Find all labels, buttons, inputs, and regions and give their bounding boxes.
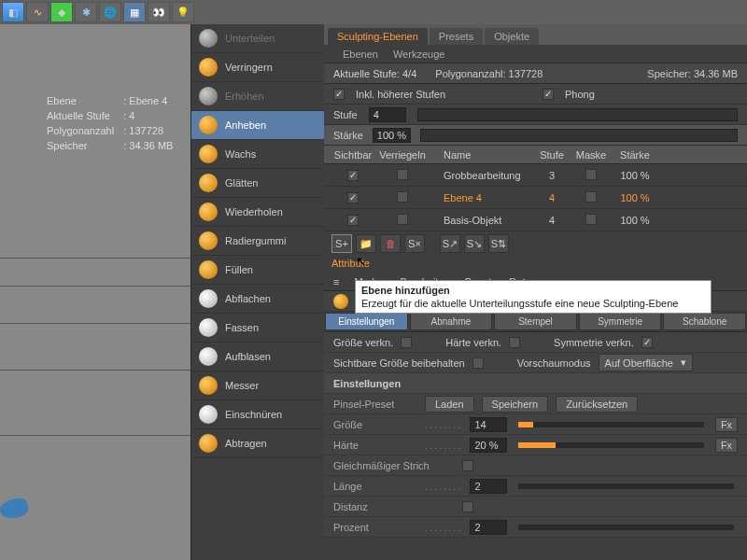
layer-action3[interactable]: S↘	[464, 234, 485, 253]
viewport[interactable]: Ebene: Ebene 4 Aktuelle Stufe: 4 Polygon…	[0, 24, 190, 560]
reset-button[interactable]: Zurücksetzen	[556, 396, 638, 413]
hard-slider[interactable]	[518, 442, 704, 448]
poly-icon[interactable]: ◆	[50, 2, 73, 22]
staerke-slider[interactable]	[420, 129, 738, 142]
layer-row[interactable]: Grobbearbeitung 3 100 %	[324, 164, 747, 187]
tool-label: Abtragen	[225, 438, 267, 449]
dist-check[interactable]	[462, 501, 473, 512]
length-spinner[interactable]: 2	[470, 479, 507, 494]
hard-link-check[interactable]	[509, 337, 520, 348]
tool-erhöhen: Erhöhen	[191, 82, 324, 111]
mask-check[interactable]	[585, 169, 597, 180]
subtab-tools[interactable]: Werkzeuge	[393, 49, 444, 60]
tool-label: Wiederholen	[225, 206, 283, 217]
link-icon[interactable]: ∿	[26, 2, 49, 22]
attrtab-stempel[interactable]: Stempel	[494, 313, 577, 330]
visible-check[interactable]	[347, 192, 359, 203]
tab-presets[interactable]: Presets	[430, 28, 483, 45]
folder-button[interactable]: 📁	[356, 234, 376, 253]
tool-radiergummi[interactable]: Radiergummi	[191, 227, 324, 256]
percent-slider[interactable]	[518, 525, 734, 530]
tool-icon	[199, 203, 218, 221]
layer-table-head: Sichtbar Verriegeln Name Stufe Maske Stä…	[324, 146, 747, 164]
layer-row[interactable]: Ebene 4 4 100 %	[324, 187, 747, 209]
visible-check[interactable]	[347, 215, 359, 226]
mask-check[interactable]	[585, 214, 597, 225]
stufe-slider[interactable]	[417, 108, 738, 121]
stufe-spinner[interactable]: 4	[369, 107, 406, 122]
subtab-layers[interactable]: Ebenen	[343, 49, 378, 60]
globe-icon[interactable]: 🌐	[99, 2, 121, 22]
layer-row[interactable]: Basis-Objekt 4 100 %	[324, 209, 747, 231]
tool-fassen[interactable]: Fassen	[191, 314, 324, 343]
length-slider[interactable]	[518, 483, 734, 489]
tool-verringern[interactable]: Verringern	[191, 53, 324, 82]
cube-icon[interactable]: ◧	[2, 2, 24, 22]
tool-list: UnterteilenVerringernErhöhenAnhebenWachs…	[190, 24, 324, 560]
tool-icon	[199, 405, 218, 424]
hard-spinner[interactable]: 20 %	[470, 438, 507, 453]
size-slider[interactable]	[518, 422, 704, 427]
tool-icon	[199, 376, 218, 395]
tool-icon	[199, 231, 218, 250]
grid-icon[interactable]: ▦	[123, 2, 146, 22]
info-row: Aktuelle Stufe: 4/4 Polygonanzahl: 13772…	[324, 63, 747, 84]
cursor-icon: ↖	[356, 254, 367, 269]
attrtab-einstellungen[interactable]: Einstellungen	[325, 313, 408, 330]
tool-icon	[199, 347, 218, 366]
tool-einschnüren[interactable]: Einschnüren	[191, 400, 324, 429]
tool-glätten[interactable]: Glätten	[191, 169, 324, 198]
tool-wiederholen[interactable]: Wiederholen	[191, 198, 324, 227]
visible-check[interactable]	[347, 170, 359, 181]
attr-tabs: Einstellungen Abnahme Stempel Symmetrie …	[324, 312, 747, 332]
add-layer-button[interactable]: S+	[331, 234, 352, 253]
tool-messer[interactable]: Messer	[191, 371, 324, 400]
layer-action1[interactable]: S×	[404, 234, 425, 253]
hard-fx[interactable]: Fx	[715, 438, 738, 453]
attrtab-abnahme[interactable]: Abnahme	[410, 313, 493, 330]
lock-check[interactable]	[397, 214, 408, 225]
size-fx[interactable]: Fx	[715, 417, 738, 432]
tool-icon	[199, 260, 218, 279]
lock-check[interactable]	[397, 191, 408, 203]
tool-füllen[interactable]: Füllen	[191, 256, 324, 285]
save-button[interactable]: Speichern	[482, 396, 549, 413]
tool-abflachen[interactable]: Abflachen	[191, 285, 324, 314]
tool-icon	[199, 58, 218, 77]
load-button[interactable]: Laden	[425, 396, 474, 413]
tool-label: Einschnüren	[225, 409, 282, 420]
top-toolbar: ◧ ∿ ◆ ✱ 🌐 ▦ 👀 💡	[0, 0, 747, 24]
size-spinner[interactable]: 14	[470, 417, 507, 432]
keep-visible-check[interactable]	[472, 357, 484, 369]
staerke-spinner[interactable]: 100 %	[373, 128, 411, 143]
layer-action2[interactable]: S↗	[440, 234, 460, 253]
tab-objects[interactable]: Objekte	[485, 28, 539, 45]
attrtab-symmetrie[interactable]: Symmetrie	[579, 313, 662, 330]
even-check[interactable]	[462, 460, 473, 471]
tool-anheben[interactable]: Anheben	[191, 111, 324, 140]
bulb-icon[interactable]: 💡	[172, 2, 194, 22]
attribute-label: Attribute	[324, 256, 747, 273]
tool-label: Fassen	[225, 322, 259, 333]
attrtab-schablone[interactable]: Schablone	[663, 313, 746, 330]
layer-action4[interactable]: S⇅	[488, 234, 509, 253]
preview-dropdown[interactable]: Auf Oberfläche▾	[599, 354, 693, 371]
staerke-row: Stärke 100 %	[324, 125, 747, 146]
lock-check[interactable]	[397, 169, 408, 180]
tool-aufblasen[interactable]: Aufblasen	[191, 343, 324, 371]
tool-label: Wachs	[225, 148, 256, 160]
size-link-check[interactable]	[401, 337, 412, 348]
sculpt-object[interactable]	[0, 496, 30, 521]
percent-spinner[interactable]: 2	[470, 520, 507, 535]
tool-label: Aufblasen	[225, 351, 271, 362]
tab-sculpting-layers[interactable]: Sculpting-Ebenen	[328, 28, 428, 45]
sym-link-check[interactable]	[641, 337, 653, 348]
phong-checkbox[interactable]	[543, 89, 554, 100]
tool-abtragen[interactable]: Abtragen	[191, 429, 324, 458]
atom-icon[interactable]: ✱	[75, 2, 97, 22]
incl-checkbox[interactable]	[333, 89, 345, 100]
eyes-icon[interactable]: 👀	[148, 2, 170, 22]
mask-check[interactable]	[585, 191, 597, 203]
tool-wachs[interactable]: Wachs	[191, 140, 324, 169]
delete-button[interactable]: 🗑	[380, 234, 401, 253]
